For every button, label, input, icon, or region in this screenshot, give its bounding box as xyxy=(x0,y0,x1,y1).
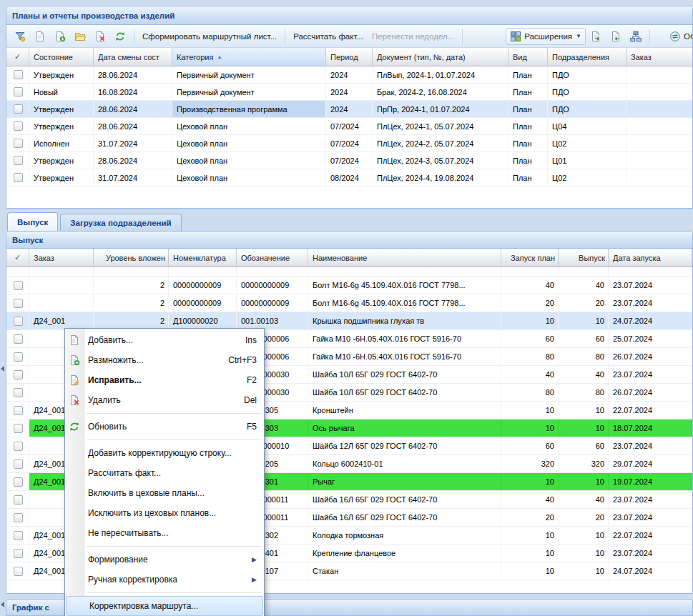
collapse-bottom-left-icon[interactable] xyxy=(1,602,4,607)
output-grid-header-row: ✓ЗаказУровень вложенНоменклатураОбозначе… xyxy=(6,249,692,267)
table-row[interactable]: Утвержден28.06.2024Цеховой план07/2024Пл… xyxy=(6,118,692,135)
column-header[interactable]: Категория▲ xyxy=(172,48,326,66)
tab-zagruzka-podrazdelenij[interactable]: Загрузка подразделений xyxy=(60,214,181,231)
menu-item-duplicate[interactable]: Размножить...Ctrl+F3 xyxy=(65,350,264,370)
table-row[interactable]: Утвержден31.07.2024Цеховой план08/2024Пл… xyxy=(6,169,692,187)
row-checkbox[interactable] xyxy=(14,299,23,308)
row-checkbox[interactable] xyxy=(14,370,23,379)
row-checkbox[interactable] xyxy=(14,70,23,79)
menu-item-exclude-shop-plans[interactable]: Исключить из цеховых планов... xyxy=(65,503,264,523)
column-header[interactable]: Дата запуска xyxy=(609,249,692,267)
row-checkbox[interactable] xyxy=(14,317,23,326)
row-checkbox[interactable] xyxy=(14,352,23,362)
column-header[interactable]: Наименование xyxy=(308,249,501,267)
menu-item-refresh[interactable]: ОбновитьF5 xyxy=(65,417,264,437)
row-checkbox-cell xyxy=(6,101,29,117)
row-checkbox[interactable] xyxy=(14,406,23,415)
row-checkbox[interactable] xyxy=(14,549,23,558)
menu-item-delete[interactable]: УдалитьDel xyxy=(65,390,264,410)
column-header[interactable]: Дата смены сост xyxy=(94,48,172,66)
copy-button[interactable] xyxy=(50,28,70,45)
tab-zagruzka-label: Загрузка подразделений xyxy=(70,219,171,227)
column-header[interactable]: Подразделения xyxy=(548,48,626,66)
exchange-button[interactable]: Обм xyxy=(665,28,692,45)
column-header[interactable]: Обозначение xyxy=(237,249,308,267)
import-button[interactable] xyxy=(606,28,626,45)
column-header[interactable]: Уровень вложен xyxy=(94,249,169,267)
menu-item-no-recalculate[interactable]: Не пересчитывать... xyxy=(65,523,264,543)
export-button[interactable] xyxy=(586,28,606,45)
menu-item-formation[interactable]: Формирование▶ xyxy=(65,550,264,570)
menu-item-route-correction[interactable]: Корректировка маршрута... xyxy=(66,596,263,616)
row-checkbox[interactable] xyxy=(14,531,23,540)
column-header[interactable]: Запуск план xyxy=(501,249,559,267)
delete-button[interactable] xyxy=(90,28,110,45)
row-checkbox[interactable] xyxy=(14,87,23,96)
table-row[interactable] xyxy=(6,267,692,277)
cell-launch-plan: 40 xyxy=(501,491,559,508)
row-checkbox[interactable] xyxy=(14,388,23,397)
column-header[interactable]: Период xyxy=(326,48,373,66)
column-header[interactable]: Заказ xyxy=(29,249,94,267)
row-checkbox[interactable] xyxy=(14,156,23,165)
copy-document-icon xyxy=(54,31,66,42)
table-row[interactable]: Утвержден28.06.2024Производственная прог… xyxy=(6,101,692,118)
table-row[interactable]: 20000000000900000000009Болт М16-6g 45.10… xyxy=(6,294,692,312)
table-row[interactable]: Исполнен31.07.2024Цеховой план07/2024ПлЦ… xyxy=(6,135,692,152)
column-header[interactable]: Заказ xyxy=(626,48,692,66)
menu-item-add-correction-row[interactable]: Добавить корректирующую строку... xyxy=(65,443,264,463)
column-header[interactable]: Состояние xyxy=(29,48,94,66)
row-checkbox-cell xyxy=(6,84,29,100)
row-checkbox[interactable] xyxy=(14,139,23,148)
cell-state: Утвержден xyxy=(29,152,94,169)
row-checkbox-cell xyxy=(6,402,29,419)
row-checkbox[interactable] xyxy=(14,334,23,344)
toolbar-separator xyxy=(285,29,285,44)
menu-item-calculate-fact[interactable]: Рассчитать факт... xyxy=(65,463,264,483)
filter-button[interactable] xyxy=(10,28,30,45)
row-checkbox[interactable] xyxy=(14,495,23,505)
menu-item-edit[interactable]: Исправить...F2 xyxy=(65,370,264,390)
cell-doc: ПлВып, 2024-1, 01.07.2024 xyxy=(373,66,508,83)
column-header-label: Документ (тип, №, дата) xyxy=(377,53,466,61)
calculate-fact-button[interactable]: Рассчитать факт... xyxy=(289,29,368,44)
table-row[interactable]: Утвержден28.06.2024Первичный документ202… xyxy=(6,66,692,84)
row-checkbox[interactable] xyxy=(14,104,23,114)
row-checkbox[interactable] xyxy=(14,459,23,469)
table-row[interactable]: 20000000000900000000009Болт М16-6g 45.10… xyxy=(6,277,692,294)
select-all-column-header[interactable]: ✓ xyxy=(6,48,29,66)
cell-date: 28.06.2024 xyxy=(94,118,172,134)
column-header[interactable]: Документ (тип, №, дата) xyxy=(373,48,508,66)
add-button[interactable] xyxy=(30,28,50,45)
table-row[interactable]: Утвержден28.06.2024Цеховой план07/2024Пл… xyxy=(6,152,692,169)
cell-state: Новый xyxy=(29,84,94,100)
form-route-sheet-button[interactable]: Сформировать маршрутный лист... xyxy=(138,29,281,44)
row-checkbox[interactable] xyxy=(14,281,23,290)
column-header[interactable]: Выпуск xyxy=(559,249,609,267)
collapse-left-icon[interactable] xyxy=(1,366,4,372)
menu-item-include-shop-plans[interactable]: Включить в цеховые планы... xyxy=(65,483,264,503)
edit-button[interactable] xyxy=(70,28,90,45)
column-header[interactable]: Номенклатура xyxy=(169,249,237,267)
row-checkbox[interactable] xyxy=(14,121,23,131)
row-checkbox[interactable] xyxy=(14,477,23,487)
row-checkbox[interactable] xyxy=(14,424,23,433)
submenu-arrow-icon: ▶ xyxy=(252,556,257,563)
row-checkbox[interactable] xyxy=(14,513,23,522)
cell-launch-date: 23.07.2024 xyxy=(609,294,692,312)
tab-vypusk[interactable]: Выпуск xyxy=(7,212,58,231)
select-all-column-header[interactable]: ✓ xyxy=(6,249,29,267)
table-row[interactable]: Новый16.08.2024Первичный документ2024Бра… xyxy=(6,84,692,101)
column-header[interactable]: Вид xyxy=(508,48,548,66)
row-checkbox[interactable] xyxy=(14,442,23,451)
row-checkbox[interactable] xyxy=(14,173,23,182)
transfer-backlog-button[interactable]: Перенести недодел... xyxy=(368,29,458,44)
row-checkbox[interactable] xyxy=(14,567,23,576)
cell-order xyxy=(626,169,692,186)
menu-item-manual-correction[interactable]: Ручная корректировка▶ xyxy=(65,570,264,590)
extensions-button[interactable]: Расширения▼ xyxy=(506,28,586,45)
hierarchy-button[interactable] xyxy=(626,28,646,45)
refresh-button[interactable] xyxy=(110,28,130,45)
column-header-label: Заказ xyxy=(631,53,652,61)
menu-item-add[interactable]: Добавить...Ins xyxy=(65,330,264,350)
